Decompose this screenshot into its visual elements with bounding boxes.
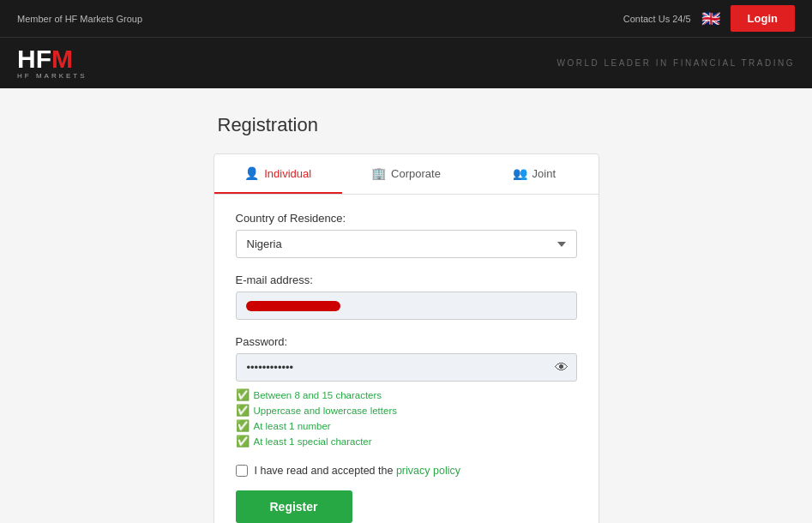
hint-special: ✅ At least 1 special character (236, 435, 577, 448)
hint-case-text: Uppercase and lowercase letters (254, 406, 397, 416)
privacy-static-text: I have read and accepted the (255, 465, 394, 477)
nav-tagline: WORLD LEADER IN FINANCIAL TRADING (556, 58, 795, 68)
password-wrapper: 👁 (236, 353, 577, 382)
privacy-text: I have read and accepted the privacy pol… (255, 465, 460, 477)
password-input[interactable] (236, 353, 577, 382)
logo: HFM HF MARKETS (17, 46, 87, 80)
tab-individual[interactable]: 👤 Individual (214, 154, 342, 194)
email-field-group: E-mail address: (236, 274, 577, 320)
hint-case: ✅ Uppercase and lowercase letters (236, 404, 577, 417)
password-hints: ✅ Between 8 and 15 characters ✅ Uppercas… (236, 388, 577, 448)
tab-joint-label: Joint (532, 167, 556, 180)
top-nav-bar: Member of HF Markets Group Contact Us 24… (0, 0, 812, 38)
hint-number-text: At least 1 number (254, 421, 331, 431)
hint-special-text: At least 1 special character (254, 436, 372, 447)
tab-corporate-label: Corporate (391, 167, 441, 180)
hint-length: ✅ Between 8 and 15 characters (236, 388, 577, 401)
logo-m: M (51, 45, 73, 73)
tab-individual-label: Individual (264, 167, 311, 180)
country-select[interactable]: Nigeria United States United Kingdom Ger… (236, 230, 577, 258)
registration-form-card: 👤 Individual 🏢 Corporate 👥 Joint Country… (214, 153, 599, 523)
register-button[interactable]: Register (236, 490, 352, 523)
member-text: Member of HF Markets Group (17, 14, 142, 24)
country-field-group: Country of Residence: Nigeria United Sta… (236, 212, 577, 258)
individual-icon: 👤 (244, 166, 259, 180)
hint-number-icon: ✅ (236, 419, 250, 432)
main-content: Registration 👤 Individual 🏢 Corporate 👥 … (0, 88, 812, 523)
top-nav-right: Contact Us 24/5 🇬🇧 Login (623, 5, 795, 32)
hint-number: ✅ At least 1 number (236, 419, 577, 432)
contact-text: Contact Us 24/5 (623, 14, 691, 24)
privacy-row: I have read and accepted the privacy pol… (236, 465, 577, 477)
form-body: Country of Residence: Nigeria United Sta… (214, 212, 598, 523)
flag-icon: 🇬🇧 (701, 9, 720, 28)
password-label: Password: (236, 335, 577, 348)
email-label: E-mail address: (236, 274, 577, 286)
registration-tabs: 👤 Individual 🏢 Corporate 👥 Joint (214, 154, 598, 195)
password-toggle-icon[interactable]: 👁 (555, 360, 568, 376)
email-input-wrapper (236, 292, 577, 320)
email-redact-overlay (246, 301, 340, 311)
logo-letters: HFM (17, 46, 87, 72)
privacy-checkbox[interactable] (236, 465, 248, 477)
tab-joint[interactable]: 👥 Joint (470, 154, 598, 194)
main-nav: HFM HF MARKETS WORLD LEADER IN FINANCIAL… (0, 38, 812, 88)
joint-icon: 👥 (513, 166, 527, 180)
country-label: Country of Residence: (236, 212, 577, 225)
corporate-icon: 🏢 (371, 166, 386, 180)
hint-special-icon: ✅ (236, 435, 250, 448)
privacy-policy-link[interactable]: privacy policy (396, 465, 460, 477)
logo-hf: HF (17, 45, 51, 73)
hint-length-icon: ✅ (236, 388, 250, 401)
login-button[interactable]: Login (731, 5, 795, 32)
logo-sub: HF MARKETS (17, 72, 87, 80)
hint-case-icon: ✅ (236, 404, 250, 417)
page-title: Registration (218, 114, 318, 136)
hint-length-text: Between 8 and 15 characters (254, 390, 382, 400)
tab-corporate[interactable]: 🏢 Corporate (342, 154, 470, 194)
password-field-group: Password: 👁 ✅ Between 8 and 15 character… (236, 335, 577, 448)
